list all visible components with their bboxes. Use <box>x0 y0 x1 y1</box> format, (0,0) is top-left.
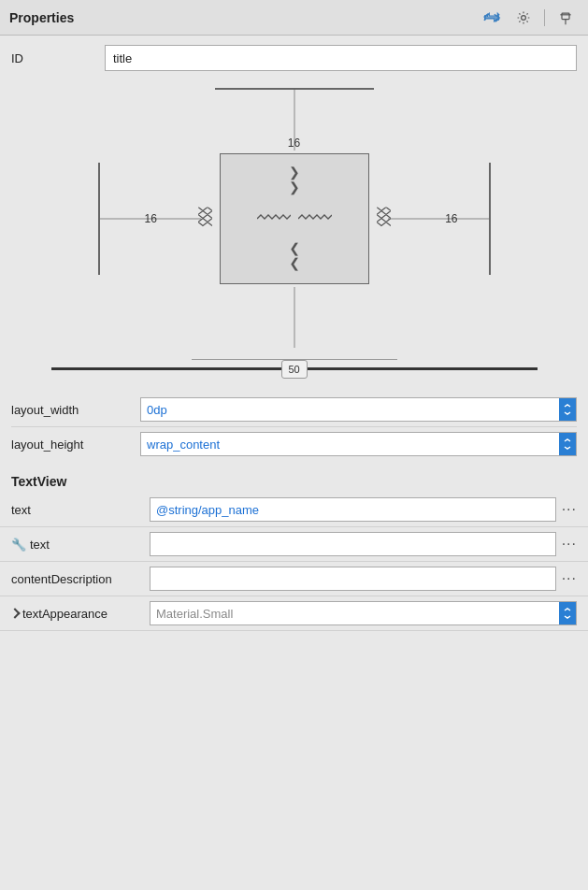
text-appearance-arrow[interactable] <box>559 602 576 624</box>
layout-width-label: layout_width <box>11 403 133 417</box>
outer-right-line <box>489 163 491 275</box>
text-appearance-text: Material.Small <box>151 602 559 624</box>
text-input-area: ··· <box>150 497 577 522</box>
header-icons <box>479 8 579 27</box>
tools-text-dots[interactable]: ··· <box>562 536 577 553</box>
text-appearance-select[interactable]: Material.Small <box>150 601 577 625</box>
text-input[interactable] <box>150 497 556 522</box>
header-divider <box>544 9 545 26</box>
dim-top: 16 <box>288 136 300 150</box>
slider-track[interactable]: 50 <box>51 367 538 370</box>
tools-text-input-area: ··· <box>150 532 577 556</box>
chevron-up-2: ❯ <box>289 259 300 272</box>
layout-height-arrow[interactable] <box>559 433 576 455</box>
center-box: ❯ ❯ ❯ ❯ <box>220 153 369 284</box>
chevrons-up: ❯ ❯ <box>289 244 300 272</box>
diagram-area: 16 16 16 ❯ ❯ <box>0 79 588 389</box>
slider-thumb[interactable]: 50 <box>281 360 308 379</box>
settings-button[interactable] <box>510 8 537 27</box>
layout-width-arrow[interactable] <box>559 398 576 421</box>
textview-title: TextView <box>11 474 66 489</box>
layout-height-label: layout_height <box>11 438 133 452</box>
header-title: Properties <box>9 10 74 25</box>
content-desc-dots[interactable]: ··· <box>562 570 577 587</box>
tools-text-input[interactable] <box>150 532 556 556</box>
text-appearance-row: textAppearance Material.Small <box>0 596 588 631</box>
v-line-bottom <box>294 287 294 348</box>
dim-left: 16 <box>145 212 157 225</box>
content-desc-input[interactable] <box>150 567 556 591</box>
text-appearance-label: textAppearance <box>11 607 142 621</box>
id-input[interactable] <box>105 45 577 71</box>
layout-height-select[interactable]: wrap_content <box>140 432 577 456</box>
id-label: ID <box>11 51 95 65</box>
pin-button[interactable] <box>552 8 579 27</box>
textview-section-header: TextView <box>0 465 588 493</box>
layout-width-select[interactable]: 0dp <box>140 397 577 422</box>
content-desc-input-area: ··· <box>150 567 577 591</box>
h-line-right <box>388 219 489 220</box>
content-desc-label: contentDescription <box>11 572 142 586</box>
text-row: text ··· <box>0 493 588 527</box>
text-dots[interactable]: ··· <box>562 501 577 518</box>
expand-arrow-icon[interactable] <box>9 608 20 618</box>
content-desc-row: contentDescription ··· <box>0 562 588 596</box>
spring-left <box>198 208 212 231</box>
chevron-down-1: ❯ <box>289 165 300 179</box>
dim-right: 16 <box>445 212 457 225</box>
tools-text-row: 🔧 text ··· <box>0 527 588 562</box>
chevrons-down: ❯ ❯ <box>289 165 300 194</box>
properties-header: Properties <box>0 0 588 36</box>
svg-rect-2 <box>562 13 569 19</box>
id-row: ID <box>0 36 588 79</box>
text-appearance-input-area: Material.Small <box>150 601 577 625</box>
chevron-up-1: ❯ <box>289 244 300 257</box>
sync-button[interactable] <box>479 8 505 27</box>
layout-props: layout_width 0dp layout_height wrap_cont… <box>0 389 588 465</box>
layout-width-value-container: 0dp <box>140 397 577 422</box>
layout-height-row: layout_height wrap_content <box>11 427 577 461</box>
layout-width-row: layout_width 0dp <box>11 393 577 427</box>
slider-area: 50 <box>19 350 569 370</box>
svg-point-0 <box>522 15 526 20</box>
wrench-icon: 🔧 <box>11 538 26 552</box>
chevron-down-2: ❯ <box>289 180 300 194</box>
layout-width-text: 0dp <box>141 398 559 421</box>
layout-height-text: wrap_content <box>141 433 559 455</box>
text-label: text <box>11 503 142 517</box>
constraint-diagram: 16 16 16 ❯ ❯ <box>98 88 491 350</box>
tools-text-label: 🔧 text <box>11 538 142 552</box>
center-springs <box>257 213 332 224</box>
layout-height-value-container: wrap_content <box>140 432 577 456</box>
slider-container[interactable]: 50 <box>51 367 538 370</box>
spring-right <box>377 208 391 231</box>
